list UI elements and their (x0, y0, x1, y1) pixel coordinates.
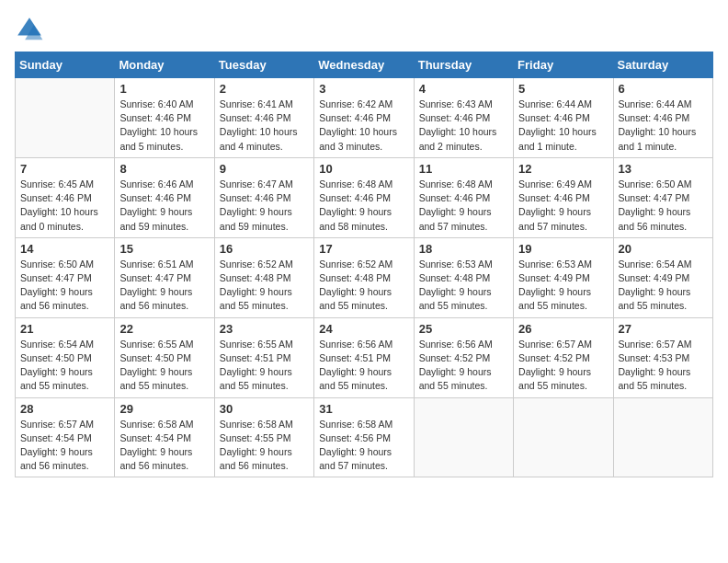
day-info: Sunrise: 6:46 AMSunset: 4:46 PMDaylight:… (119, 178, 209, 234)
calendar-cell: 9Sunrise: 6:47 AMSunset: 4:46 PMDaylight… (214, 157, 313, 237)
day-info: Sunrise: 6:54 AMSunset: 4:49 PMDaylight:… (619, 258, 708, 314)
day-info: Sunrise: 6:56 AMSunset: 4:51 PMDaylight:… (319, 338, 408, 394)
day-number: 14 (20, 242, 109, 256)
day-number: 15 (119, 242, 209, 256)
day-info: Sunrise: 6:53 AMSunset: 4:49 PMDaylight:… (518, 258, 608, 314)
calendar-cell: 15Sunrise: 6:51 AMSunset: 4:47 PMDayligh… (115, 237, 214, 317)
calendar-cell: 25Sunrise: 6:56 AMSunset: 4:52 PMDayligh… (414, 317, 513, 397)
day-info: Sunrise: 6:58 AMSunset: 4:54 PMDaylight:… (119, 418, 209, 474)
day-info: Sunrise: 6:42 AMSunset: 4:46 PMDaylight:… (319, 98, 408, 154)
calendar-table: SundayMondayTuesdayWednesdayThursdayFrid… (15, 52, 713, 477)
weekday-header-monday: Monday (115, 52, 214, 78)
calendar-cell: 16Sunrise: 6:52 AMSunset: 4:48 PMDayligh… (214, 237, 313, 317)
calendar-cell: 5Sunrise: 6:44 AMSunset: 4:46 PMDaylight… (514, 78, 613, 158)
weekday-header-saturday: Saturday (613, 52, 712, 78)
calendar-cell: 20Sunrise: 6:54 AMSunset: 4:49 PMDayligh… (613, 237, 712, 317)
day-number: 16 (220, 242, 309, 256)
day-info: Sunrise: 6:58 AMSunset: 4:55 PMDaylight:… (220, 418, 309, 474)
day-number: 10 (319, 162, 408, 176)
calendar-week-0: 1Sunrise: 6:40 AMSunset: 4:46 PMDaylight… (16, 78, 713, 158)
weekday-header-tuesday: Tuesday (214, 52, 313, 78)
day-number: 1 (119, 82, 209, 96)
day-number: 28 (20, 402, 109, 416)
calendar-cell (514, 397, 613, 477)
weekday-header-thursday: Thursday (414, 52, 513, 78)
day-number: 5 (518, 82, 608, 96)
calendar-cell: 14Sunrise: 6:50 AMSunset: 4:47 PMDayligh… (16, 237, 115, 317)
day-number: 13 (619, 162, 708, 176)
calendar-cell: 6Sunrise: 6:44 AMSunset: 4:46 PMDaylight… (613, 78, 712, 158)
day-info: Sunrise: 6:44 AMSunset: 4:46 PMDaylight:… (619, 98, 708, 154)
day-info: Sunrise: 6:55 AMSunset: 4:51 PMDaylight:… (220, 338, 309, 394)
day-number: 19 (518, 242, 608, 256)
day-number: 8 (119, 162, 209, 176)
calendar-cell: 30Sunrise: 6:58 AMSunset: 4:55 PMDayligh… (214, 397, 313, 477)
day-number: 12 (518, 162, 608, 176)
day-info: Sunrise: 6:57 AMSunset: 4:53 PMDaylight:… (619, 338, 708, 394)
day-number: 27 (619, 322, 708, 336)
day-info: Sunrise: 6:41 AMSunset: 4:46 PMDaylight:… (220, 98, 309, 154)
day-info: Sunrise: 6:52 AMSunset: 4:48 PMDaylight:… (220, 258, 309, 314)
day-info: Sunrise: 6:44 AMSunset: 4:46 PMDaylight:… (518, 98, 608, 154)
day-number: 21 (20, 322, 109, 336)
calendar-cell: 1Sunrise: 6:40 AMSunset: 4:46 PMDaylight… (115, 78, 214, 158)
day-number: 7 (20, 162, 109, 176)
calendar-week-4: 28Sunrise: 6:57 AMSunset: 4:54 PMDayligh… (16, 397, 713, 477)
weekday-header-wednesday: Wednesday (314, 52, 414, 78)
day-info: Sunrise: 6:55 AMSunset: 4:50 PMDaylight:… (119, 338, 209, 394)
day-number: 20 (619, 242, 708, 256)
calendar-cell: 23Sunrise: 6:55 AMSunset: 4:51 PMDayligh… (214, 317, 313, 397)
calendar-cell: 22Sunrise: 6:55 AMSunset: 4:50 PMDayligh… (115, 317, 214, 397)
day-info: Sunrise: 6:50 AMSunset: 4:47 PMDaylight:… (20, 258, 109, 314)
calendar-cell (613, 397, 712, 477)
calendar-cell: 10Sunrise: 6:48 AMSunset: 4:46 PMDayligh… (314, 157, 414, 237)
day-info: Sunrise: 6:53 AMSunset: 4:48 PMDaylight:… (419, 258, 508, 314)
calendar-cell (414, 397, 513, 477)
day-info: Sunrise: 6:58 AMSunset: 4:56 PMDaylight:… (319, 418, 408, 474)
day-number: 2 (220, 82, 309, 96)
calendar-cell: 28Sunrise: 6:57 AMSunset: 4:54 PMDayligh… (16, 397, 115, 477)
weekday-header-row: SundayMondayTuesdayWednesdayThursdayFrid… (16, 52, 713, 78)
day-info: Sunrise: 6:57 AMSunset: 4:52 PMDaylight:… (518, 338, 608, 394)
day-info: Sunrise: 6:48 AMSunset: 4:46 PMDaylight:… (419, 178, 508, 234)
calendar-week-2: 14Sunrise: 6:50 AMSunset: 4:47 PMDayligh… (16, 237, 713, 317)
calendar-week-1: 7Sunrise: 6:45 AMSunset: 4:46 PMDaylight… (16, 157, 713, 237)
day-info: Sunrise: 6:54 AMSunset: 4:50 PMDaylight:… (20, 338, 109, 394)
calendar-cell: 12Sunrise: 6:49 AMSunset: 4:46 PMDayligh… (514, 157, 613, 237)
day-number: 4 (419, 82, 508, 96)
day-info: Sunrise: 6:51 AMSunset: 4:47 PMDaylight:… (119, 258, 209, 314)
calendar-cell: 21Sunrise: 6:54 AMSunset: 4:50 PMDayligh… (16, 317, 115, 397)
day-info: Sunrise: 6:48 AMSunset: 4:46 PMDaylight:… (319, 178, 408, 234)
weekday-header-sunday: Sunday (16, 52, 115, 78)
day-number: 24 (319, 322, 408, 336)
calendar-cell: 26Sunrise: 6:57 AMSunset: 4:52 PMDayligh… (514, 317, 613, 397)
day-number: 30 (220, 402, 309, 416)
logo (15, 15, 48, 44)
weekday-header-friday: Friday (514, 52, 613, 78)
day-number: 29 (119, 402, 209, 416)
calendar-cell: 31Sunrise: 6:58 AMSunset: 4:56 PMDayligh… (314, 397, 414, 477)
day-number: 22 (119, 322, 209, 336)
calendar-cell: 24Sunrise: 6:56 AMSunset: 4:51 PMDayligh… (314, 317, 414, 397)
day-number: 25 (419, 322, 508, 336)
calendar-cell (16, 78, 115, 158)
day-number: 11 (419, 162, 508, 176)
calendar-week-3: 21Sunrise: 6:54 AMSunset: 4:50 PMDayligh… (16, 317, 713, 397)
calendar-cell: 13Sunrise: 6:50 AMSunset: 4:47 PMDayligh… (613, 157, 712, 237)
day-number: 17 (319, 242, 408, 256)
day-info: Sunrise: 6:45 AMSunset: 4:46 PMDaylight:… (20, 178, 109, 234)
page-header (15, 15, 713, 44)
day-info: Sunrise: 6:40 AMSunset: 4:46 PMDaylight:… (119, 98, 209, 154)
calendar-cell: 8Sunrise: 6:46 AMSunset: 4:46 PMDaylight… (115, 157, 214, 237)
day-info: Sunrise: 6:49 AMSunset: 4:46 PMDaylight:… (518, 178, 608, 234)
calendar-body: 1Sunrise: 6:40 AMSunset: 4:46 PMDaylight… (16, 78, 713, 477)
calendar-cell: 29Sunrise: 6:58 AMSunset: 4:54 PMDayligh… (115, 397, 214, 477)
calendar-cell: 19Sunrise: 6:53 AMSunset: 4:49 PMDayligh… (514, 237, 613, 317)
day-info: Sunrise: 6:57 AMSunset: 4:54 PMDaylight:… (20, 418, 109, 474)
day-info: Sunrise: 6:43 AMSunset: 4:46 PMDaylight:… (419, 98, 508, 154)
day-info: Sunrise: 6:47 AMSunset: 4:46 PMDaylight:… (220, 178, 309, 234)
calendar-cell: 7Sunrise: 6:45 AMSunset: 4:46 PMDaylight… (16, 157, 115, 237)
day-number: 3 (319, 82, 408, 96)
calendar-cell: 3Sunrise: 6:42 AMSunset: 4:46 PMDaylight… (314, 78, 414, 158)
calendar-cell: 17Sunrise: 6:52 AMSunset: 4:48 PMDayligh… (314, 237, 414, 317)
